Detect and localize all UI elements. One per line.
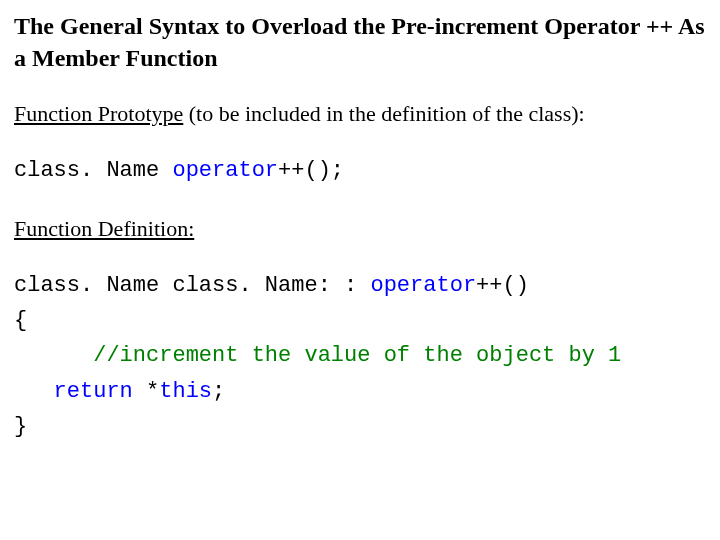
definition-heading: Function Definition: xyxy=(14,216,706,242)
code-text: ++() xyxy=(476,273,529,298)
code-text: ; xyxy=(212,379,225,404)
code-indent xyxy=(14,343,93,368)
code-brace-open: { xyxy=(14,308,27,333)
keyword-return: return xyxy=(54,379,133,404)
code-text: class. Name xyxy=(14,158,172,183)
code-comment: //increment the value of the object by 1 xyxy=(93,343,621,368)
code-text: ++(); xyxy=(278,158,344,183)
keyword-this: this xyxy=(159,379,212,404)
definition-heading-text: Function Definition: xyxy=(14,216,194,241)
prototype-heading-underlined: Function Prototype xyxy=(14,101,183,126)
prototype-code: class. Name operator++(); xyxy=(14,153,706,188)
code-text: class. Name class. Name: : xyxy=(14,273,370,298)
slide: The General Syntax to Overload the Pre-i… xyxy=(0,0,720,486)
keyword-operator: operator xyxy=(172,158,278,183)
definition-code: class. Name class. Name: : operator++() … xyxy=(14,268,706,444)
code-text: * xyxy=(133,379,159,404)
code-brace-close: } xyxy=(14,414,27,439)
prototype-heading-rest: (to be included in the definition of the… xyxy=(183,101,584,126)
prototype-heading: Function Prototype (to be included in th… xyxy=(14,101,706,127)
slide-title: The General Syntax to Overload the Pre-i… xyxy=(14,10,706,75)
code-indent xyxy=(14,379,54,404)
keyword-operator: operator xyxy=(370,273,476,298)
